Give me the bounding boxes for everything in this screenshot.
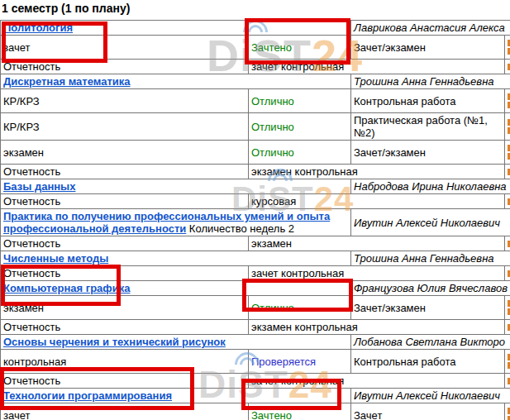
grade-value-cell: Проверяется [249, 350, 351, 374]
clipped-cell [505, 320, 510, 335]
report-value: зачет контрольная [249, 266, 505, 281]
grade-value-cell: Отлично [249, 89, 351, 113]
grade-value-cell: Зачтено [249, 403, 351, 420]
report-label: Отчетность [1, 320, 249, 335]
clipped-cell [505, 89, 510, 113]
control-type-cell: Зачет [351, 403, 505, 420]
teacher-name: Трошина Анна Геннадьевна [351, 74, 510, 89]
grade-row: зачетЗачтеноЗачет/экзамен [1, 36, 510, 60]
report-label: Отчетность [1, 374, 249, 389]
subject-cell: Политология [1, 21, 351, 36]
report-label: Отчетность [1, 194, 249, 209]
report-row: Отчетностьэкзамен [1, 236, 510, 251]
teacher-name: Ивутин Алексей Николаевич [351, 389, 510, 403]
subject-cell: Базы данных [1, 179, 351, 194]
subject-link-6[interactable]: Основы черчения и технический рисунок [3, 336, 226, 348]
report-row: Отчетностьэкзамен контрольная [1, 165, 510, 179]
report-label: Отчетность [1, 236, 249, 251]
subject-row: Компьютерная графикаФранцузова Юлия Вяче… [1, 281, 510, 296]
clipped-cell [505, 113, 510, 141]
subject-row: Численные методыТрошина Анна Геннадьевна [1, 251, 510, 266]
subject-row: Технологии программированияИвутин Алексе… [1, 389, 510, 403]
report-value: экзамен [249, 236, 505, 251]
subject-cell: Компьютерная графика [1, 281, 351, 296]
grade-value: Отлично [251, 146, 294, 159]
teacher-name: Трошина Анна Геннадьевна [351, 251, 510, 266]
report-value: экзамен контрольная [249, 165, 505, 179]
subject-row: Практика по получению профессиональных у… [1, 209, 510, 236]
semester-title: 1 семестр (1 по плану) [2, 2, 130, 15]
subject-link-7[interactable]: Технологии программирования [3, 389, 172, 402]
clipped-cell [505, 350, 510, 374]
grade-row: КР/КРЗОтличноКонтрольная работа [1, 89, 510, 113]
clipped-cell [505, 60, 510, 74]
report-value: зачет контрольная [249, 60, 505, 74]
report-label: Отчетность [1, 165, 249, 179]
control-type-cell: Контрольная работа [351, 350, 505, 374]
control-type-cell: Контрольная работа [351, 89, 505, 113]
control-type-cell: Зачет/экзамен [351, 36, 505, 60]
grade-value-cell: Отлично [249, 113, 351, 141]
report-value: курсовая [249, 194, 505, 209]
work-type-cell: зачет [1, 36, 249, 60]
report-value: экзамен контрольная [249, 320, 505, 335]
clipped-cell [505, 141, 510, 165]
teacher-name: Ивутин Алексей Николаевич [351, 209, 510, 236]
grade-row: зачетЗачтеноЗачет [1, 403, 510, 420]
work-type-cell: зачет [1, 403, 249, 420]
work-type-cell: экзамен [1, 296, 249, 320]
subject-cell: Практика по получению профессиональных у… [1, 209, 351, 236]
grade-value: Отлично [251, 302, 294, 314]
grade-value: Проверяется [251, 356, 316, 368]
teacher-name: Лаврикова Анастасия Алекса [351, 21, 510, 36]
subject-link-5[interactable]: Компьютерная графика [3, 282, 130, 294]
grade-row: экзаменОтличноЗачет/экзамен [1, 141, 510, 165]
grade-value: Отлично [251, 121, 294, 133]
clipped-cell [505, 266, 510, 281]
clipped-cell [505, 296, 510, 320]
teacher-name: Лобанова Светлана Викторо [351, 335, 510, 350]
subject-link-4[interactable]: Численные методы [3, 252, 108, 265]
teacher-name: Французова Юлия Вячеславов [351, 281, 510, 296]
clipped-cell [505, 36, 510, 60]
subject-cell: Основы черчения и технический рисунок [1, 335, 351, 350]
grade-value-cell: Отлично [249, 296, 351, 320]
report-row: Отчетностьзачет контрольная [1, 374, 510, 389]
subject-row: Базы данныхНабродова Ирина Николаевна [1, 179, 510, 194]
subject-cell: Численные методы [1, 251, 351, 266]
report-row: Отчетностьэкзамен контрольная [1, 320, 510, 335]
grade-value-cell: Зачтено [249, 36, 351, 60]
subject-row: Основы черчения и технический рисунокЛоб… [1, 335, 510, 350]
clipped-cell [505, 165, 510, 179]
subject-link-1[interactable]: Дискретная математика [3, 75, 131, 88]
clipped-cell [505, 403, 510, 420]
control-type-cell: Зачет/экзамен [351, 296, 505, 320]
report-row: Отчетностьзачет контрольная [1, 266, 510, 281]
subject-link-0[interactable]: Политология [3, 21, 73, 34]
subject-row: ПолитологияЛаврикова Анастасия Алекса [1, 21, 510, 36]
work-type-cell: контрольная [1, 350, 249, 374]
clipped-cell [505, 236, 510, 251]
report-row: Отчетностьзачет контрольная [1, 60, 510, 74]
subject-cell: Технологии программирования [1, 389, 351, 403]
work-type-cell: КР/КРЗ [1, 113, 249, 141]
grade-value: Отлично [251, 95, 294, 107]
control-type-cell: Практическая работа (№1, №2) [351, 113, 505, 141]
grades-table: ПолитологияЛаврикова Анастасия Алексазач… [0, 20, 510, 420]
grade-value-cell: Отлично [249, 141, 351, 165]
subject-link-2[interactable]: Базы данных [3, 180, 75, 193]
grade-row: КР/КРЗОтличноПрактическая работа (№1, №2… [1, 113, 510, 141]
grade-value: Зачтено [251, 41, 292, 54]
grade-row: экзаменОтличноЗачет/экзамен [1, 296, 510, 320]
clipped-cell [505, 194, 510, 209]
subject-extra-text: Количество недель 2 [186, 222, 294, 235]
grade-row: контрольнаяПроверяетсяКонтрольная работа [1, 350, 510, 374]
work-type-cell: экзамен [1, 141, 249, 165]
work-type-cell: КР/КРЗ [1, 89, 249, 113]
subject-row: Дискретная математикаТрошина Анна Геннад… [1, 74, 510, 89]
report-label: Отчетность [1, 60, 249, 74]
report-row: Отчетностькурсовая [1, 194, 510, 209]
control-type-cell: Зачет/экзамен [351, 141, 505, 165]
subject-cell: Дискретная математика [1, 74, 351, 89]
grade-value: Зачтено [251, 409, 292, 420]
